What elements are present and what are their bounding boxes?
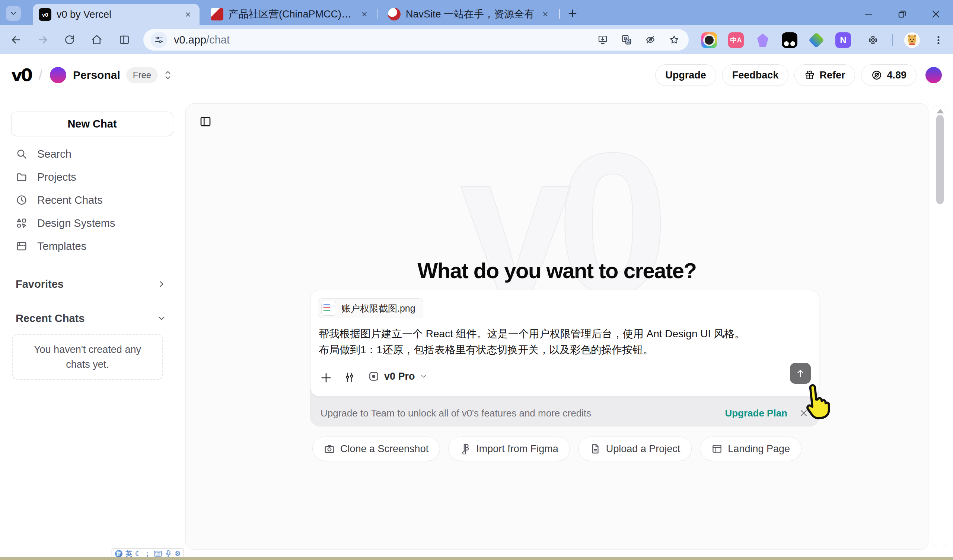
n-extension-icon[interactable]: N — [835, 32, 851, 48]
feedback-button[interactable]: Feedback — [722, 64, 789, 86]
new-tab-button[interactable] — [565, 6, 580, 21]
v0-logo[interactable]: v0 — [11, 65, 31, 85]
workspace-switcher-icon[interactable] — [163, 70, 173, 81]
quick-action-label: Import from Figma — [476, 443, 559, 455]
gift-icon — [804, 70, 815, 80]
eye-off-icon[interactable] — [643, 33, 657, 47]
breadcrumb-separator: / — [39, 67, 42, 83]
minimize-button[interactable] — [859, 5, 878, 23]
submit-button[interactable] — [790, 363, 811, 384]
credits-icon — [871, 70, 882, 81]
close-tab-icon[interactable] — [540, 9, 551, 20]
url-text[interactable]: v0.app/chat — [174, 34, 230, 46]
side-panel-button[interactable] — [117, 32, 132, 47]
translate-icon[interactable]: GA — [619, 33, 633, 47]
recent-chats-section[interactable]: Recent Chats — [16, 308, 166, 329]
profile-avatar[interactable] — [904, 32, 920, 48]
sidebar-item-search[interactable]: Search — [0, 144, 185, 164]
workspace-name[interactable]: Personal — [73, 69, 120, 82]
figma-icon — [460, 443, 471, 455]
ime-mic-icon[interactable] — [165, 550, 172, 557]
sidebar-item-templates[interactable]: Templates — [0, 236, 185, 257]
scrollbar-thumb[interactable] — [936, 115, 944, 204]
attachment-chip[interactable]: 账户权限截图.png — [318, 298, 423, 318]
back-button[interactable] — [9, 32, 23, 47]
url-host: v0.app — [174, 34, 206, 46]
browser-toolbar: v0.app/chat GA 中A N — [0, 25, 953, 54]
attachment-filename: 账户权限截图.png — [341, 302, 416, 315]
forward-button[interactable] — [36, 32, 50, 47]
browser-menu-kebab-icon[interactable] — [931, 33, 946, 48]
tab-navsite[interactable]: NavSite 一站在手，资源全有 — [382, 5, 557, 24]
refer-button[interactable]: Refer — [795, 64, 855, 86]
upgrade-plan-link[interactable]: Upgrade Plan — [725, 408, 787, 419]
import-figma-button[interactable]: Import from Figma — [448, 436, 570, 461]
immersive-translate-extension-icon[interactable]: 中A — [728, 32, 744, 48]
credits-button[interactable]: 4.89 — [861, 64, 917, 86]
close-tab-icon[interactable] — [182, 9, 194, 20]
sidebar-item-projects[interactable]: Projects — [0, 167, 185, 187]
ime-pinyin-icon[interactable]: 拼 — [115, 550, 123, 557]
workspace-avatar[interactable] — [50, 67, 66, 83]
camera-icon — [324, 443, 335, 455]
clock-icon — [16, 194, 28, 206]
plus-icon — [320, 371, 333, 385]
upload-project-button[interactable]: Upload a Project — [578, 436, 692, 461]
reload-button[interactable] — [62, 32, 77, 47]
scroll-up-arrow[interactable] — [937, 109, 944, 113]
screen: v0 v0 by Vercel 产品社区营(ChinaPMCC)™ - - Na… — [0, 0, 953, 560]
gem-extension-icon[interactable] — [809, 32, 824, 48]
prompt-textarea[interactable]: 帮我根据图片建立一个 React 组件。这是一个用户权限管理后台，使用 Ant … — [319, 326, 808, 358]
tab-v0[interactable]: v0 v0 by Vercel — [33, 4, 200, 25]
refer-label: Refer — [820, 70, 845, 81]
ime-settings-gear-icon[interactable]: ⚙ — [175, 549, 180, 558]
model-selector[interactable]: v0 Pro — [368, 370, 428, 382]
restore-button[interactable] — [893, 5, 911, 23]
close-tab-icon[interactable] — [359, 9, 370, 20]
address-bar[interactable]: v0.app/chat GA — [143, 29, 689, 51]
arrow-up-icon — [795, 368, 806, 379]
bookmark-star-icon[interactable] — [667, 33, 681, 47]
add-attachment-button[interactable] — [320, 371, 334, 386]
app-header: v0 / Personal Free Upgrade Feedback Refe… — [0, 54, 953, 96]
prompt-line: 帮我根据图片建立一个 React 组件。这是一个用户权限管理后台，使用 Ant … — [319, 326, 808, 342]
tab-search-button[interactable] — [6, 6, 21, 21]
user-avatar[interactable] — [925, 67, 942, 83]
close-window-button[interactable] — [927, 5, 945, 23]
new-chat-button[interactable]: New Chat — [11, 111, 173, 136]
mask-extension-icon[interactable] — [782, 32, 798, 48]
banner-text: Upgrade to Team to unlock all of v0's fe… — [321, 408, 725, 419]
home-button[interactable] — [89, 32, 104, 47]
ime-moon-icon[interactable]: ☾ — [135, 549, 141, 558]
reload-icon — [64, 34, 76, 46]
landing-page-button[interactable]: Landing Page — [700, 436, 801, 461]
sidebar-toggle-button[interactable] — [199, 115, 212, 128]
chevron-down-icon — [9, 9, 17, 17]
settings-sliders-button[interactable] — [343, 371, 358, 386]
ime-keyboard-icon[interactable] — [154, 550, 162, 557]
site-settings-icon[interactable] — [151, 32, 167, 48]
restore-icon — [897, 9, 907, 19]
page-title: What do you want to create? — [186, 258, 928, 283]
crystal-extension-icon[interactable] — [755, 32, 771, 48]
install-app-icon[interactable] — [596, 33, 610, 47]
screenshot-extension-icon[interactable] — [702, 32, 717, 48]
empty-chats-box: You haven't created any chats yet. — [12, 334, 163, 380]
tab-chinapmcc[interactable]: 产品社区营(ChinaPMCC)™ - - — [205, 5, 376, 24]
toolbar-separator — [892, 34, 893, 46]
recent-chats-label: Recent Chats — [16, 312, 84, 325]
prompt-card[interactable]: 账户权限截图.png 帮我根据图片建立一个 React 组件。这是一个用户权限管… — [310, 290, 820, 397]
quick-actions: Clone a Screenshot Import from Figma Upl… — [186, 436, 928, 461]
scrollbar[interactable] — [933, 105, 947, 548]
clone-screenshot-button[interactable]: Clone a Screenshot — [312, 436, 440, 461]
extensions-puzzle-icon[interactable] — [865, 32, 881, 48]
forward-icon — [36, 34, 49, 46]
navsite-favicon — [388, 8, 400, 20]
sidebar-item-recent-chats[interactable]: Recent Chats — [0, 190, 185, 210]
chevron-down-icon — [157, 314, 166, 323]
sliders-icon — [343, 371, 356, 384]
favorites-section[interactable]: Favorites — [16, 274, 166, 294]
search-icon — [16, 148, 28, 160]
sidebar-item-design-systems[interactable]: Design Systems — [0, 213, 185, 234]
upgrade-button[interactable]: Upgrade — [655, 64, 716, 86]
